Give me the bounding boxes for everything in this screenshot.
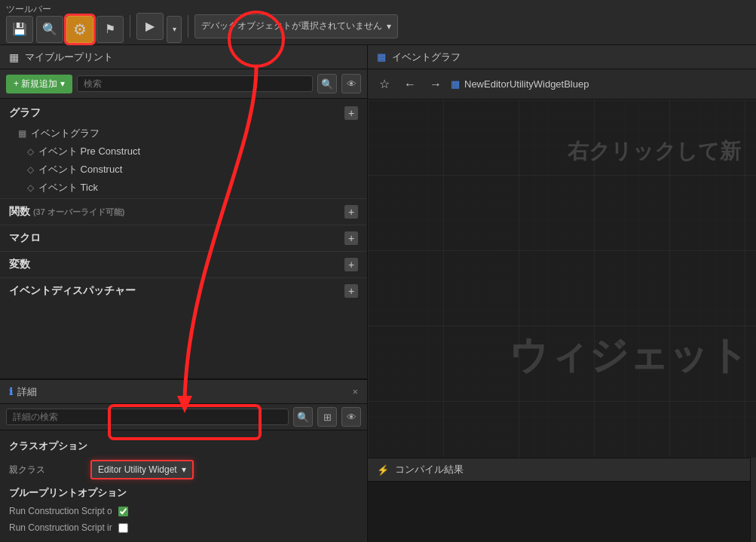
breadcrumb: ▦ NewEditorUtilityWidgetBluep (451, 78, 589, 90)
event-graph-label: イベントグラフ (31, 127, 99, 140)
settings-button[interactable]: ⚙ (66, 16, 93, 43)
event-graph-tab[interactable]: ▦ イベントグラフ (368, 45, 756, 69)
bookmark-icon: ☆ (379, 77, 390, 91)
search-icon: 🔍 (321, 78, 333, 90)
variables-add-button[interactable]: + (344, 258, 358, 271)
parent-class-value: Editor Utility Widget (98, 464, 177, 475)
parent-class-row: 親クラス Editor Utility Widget ▾ (0, 456, 367, 483)
toolbar-sep2 (188, 15, 188, 38)
add-new-button[interactable]: + 新規追加 ▾ (6, 75, 72, 93)
graph-section-header: グラフ + (0, 102, 367, 124)
tick-item[interactable]: ◇ イベント Tick (0, 179, 367, 197)
run-script-on-checkbox[interactable] (118, 507, 128, 516)
run-script-on-row: Run Construction Script o (0, 503, 367, 519)
run-script-on-label: Run Construction Script o (9, 506, 112, 516)
play-icon: ▶ (145, 19, 155, 33)
tick-icon: ◇ (27, 182, 34, 193)
variables-section-header: 変数 + (0, 253, 367, 276)
functions-label: 関数 (37 オーバーライド可能) (9, 205, 125, 219)
divider4 (0, 277, 367, 278)
breadcrumb-icon: ▦ (451, 78, 460, 90)
compile-results-content (368, 482, 756, 542)
blueprint-header: + 新規追加 ▾ 🔍 👁 (0, 69, 367, 99)
pre-construct-icon: ◇ (27, 146, 34, 157)
pre-construct-label: イベント Pre Construct (38, 145, 140, 158)
run-script-in-checkbox[interactable] (118, 523, 128, 533)
graph-canvas[interactable]: 右クリックして新 ウィジェット (368, 100, 756, 458)
graph-hint-text: 右クリックして新 (568, 137, 741, 166)
pre-construct-item[interactable]: ◇ イベント Pre Construct (0, 142, 367, 161)
debug-dropdown[interactable]: デバッグオブジェクトが選択されていません ▾ (194, 14, 398, 38)
grid-icon: ⊞ (323, 412, 332, 423)
blueprint-options-label: ブループリントオプション (9, 487, 127, 498)
forward-icon: → (430, 78, 442, 91)
search-icon-btn[interactable]: 🔍 (317, 74, 337, 93)
find-button[interactable]: 🔍 (36, 16, 63, 43)
parent-class-dropdown[interactable]: Editor Utility Widget ▾ (90, 460, 194, 479)
macros-section-header: マクロ + (0, 227, 367, 250)
add-new-label: + 新規追加 (14, 78, 57, 90)
eye-icon: 👁 (347, 78, 357, 90)
arrow-button[interactable]: ⚑ (96, 16, 124, 43)
toolbar-label: ツールバー (6, 3, 51, 16)
blueprint-tab-icon: ▦ (9, 51, 19, 63)
main-layout: ▦ マイブループリント + 新規追加 ▾ 🔍 👁 グラフ + (0, 45, 756, 542)
details-search-icon-btn[interactable]: 🔍 (293, 407, 313, 427)
graph-add-button[interactable]: + (344, 106, 358, 120)
details-eye-btn[interactable]: 👁 (341, 407, 361, 427)
details-panel: ℹ 詳細 × 🔍 ⊞ 👁 クラスオプション (0, 378, 367, 542)
event-graph-icon: ▦ (18, 128, 26, 139)
save-button[interactable]: 💾 (6, 16, 33, 43)
right-panel: ▦ イベントグラフ ☆ ← → ▦ NewEditorUtilityWidget… (368, 45, 756, 542)
blueprint-options-section: ブループリントオプション (0, 483, 367, 503)
details-close-btn[interactable]: × (352, 386, 358, 397)
details-search-icon: 🔍 (297, 412, 309, 423)
divider1 (0, 198, 367, 199)
event-dispatchers-header: イベントディスパッチャー + (0, 280, 367, 302)
functions-add-button[interactable]: + (344, 205, 358, 219)
event-graph-tab-label: イベントグラフ (392, 51, 461, 64)
view-options-btn[interactable]: 👁 (341, 74, 361, 93)
forward-btn[interactable]: → (425, 74, 446, 95)
details-tab[interactable]: ℹ 詳細 × (0, 380, 367, 404)
divider2 (0, 225, 367, 225)
macros-label: マクロ (9, 231, 41, 245)
toolbar: ツールバー 💾 🔍 ⚙ ⚑ ▶ ▾ デバッグオブジェクトが選択されていません ▾ (0, 0, 756, 45)
construct-icon: ◇ (27, 164, 34, 175)
back-icon: ← (404, 78, 416, 91)
parent-class-label: 親クラス (9, 464, 84, 476)
construct-label: イベント Construct (38, 163, 122, 176)
graph-section-label: グラフ (9, 106, 41, 120)
details-grid-btn[interactable]: ⊞ (317, 407, 337, 427)
details-tab-label: 詳細 (17, 385, 37, 399)
compile-results-tab[interactable]: ⚡ コンパイル結果 (368, 458, 756, 482)
details-tab-icon: ℹ (9, 386, 13, 397)
compile-results-label: コンパイル結果 (395, 463, 464, 476)
debug-dropdown-arrow: ▾ (387, 21, 391, 32)
event-graph-item[interactable]: ▦ イベントグラフ (0, 124, 367, 142)
graph-widget-text: ウィジェット (509, 329, 748, 382)
functions-section-header: 関数 (37 オーバーライド可能) + (0, 201, 367, 223)
graph-toolbar: ☆ ← → ▦ NewEditorUtilityWidgetBluep (368, 69, 756, 100)
construct-item[interactable]: ◇ イベント Construct (0, 161, 367, 179)
play-button[interactable]: ▶ (136, 13, 164, 40)
back-btn[interactable]: ← (399, 74, 421, 95)
compile-results-icon: ⚡ (377, 464, 389, 476)
blueprint-search-input[interactable] (77, 75, 313, 92)
class-options-label: クラスオプション (9, 440, 87, 452)
left-panel: ▦ マイブループリント + 新規追加 ▾ 🔍 👁 グラフ + (0, 45, 368, 542)
my-blueprint-tab[interactable]: ▦ マイブループリント (0, 45, 367, 69)
event-dispatchers-add-button[interactable]: + (344, 284, 358, 298)
debug-dropdown-label: デバッグオブジェクトが選択されていません (201, 20, 382, 32)
details-content: クラスオプション 親クラス Editor Utility Widget ▾ ブル… (0, 430, 367, 542)
my-blueprint-tab-label: マイブループリント (25, 51, 113, 64)
run-script-in-row: Run Construction Script ir (0, 519, 367, 536)
compile-icon: ⚑ (105, 22, 115, 36)
macros-add-button[interactable]: + (344, 231, 358, 245)
play-dropdown-btn[interactable]: ▾ (167, 16, 182, 43)
bookmark-btn[interactable]: ☆ (374, 74, 395, 95)
details-search-input[interactable] (6, 409, 289, 425)
parent-class-arrow: ▾ (182, 464, 186, 475)
save-icon: 💾 (12, 22, 27, 36)
variables-label: 変数 (9, 258, 30, 271)
